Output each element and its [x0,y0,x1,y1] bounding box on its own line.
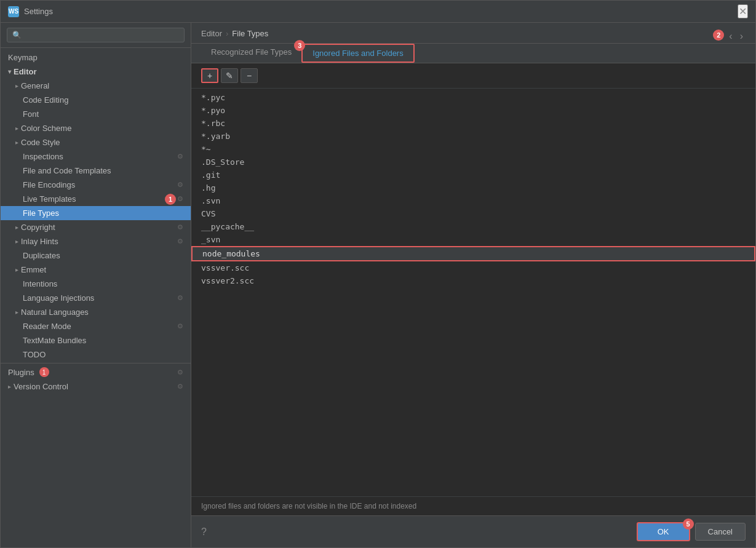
sidebar-item-label: Copyright [21,223,55,232]
close-button[interactable]: ✕ [738,4,748,18]
sidebar-item-code-style[interactable]: ▸ Code Style [1,135,191,149]
sidebar-item-todo[interactable]: TODO [1,347,191,362]
status-text: Ignored files and folders are not visibl… [201,502,416,510]
cancel-label: Cancel [708,527,733,536]
sidebar-item-language-injections[interactable]: Language Injections ⚙ [1,291,191,305]
sidebar-item-label: File Types [23,208,59,218]
app-icon: WS [8,6,19,17]
sidebar-item-label: Keymap [8,53,38,62]
sidebar-item-color-scheme[interactable]: ▸ Color Scheme [1,121,191,135]
sidebar-item-emmet[interactable]: ▸ Emmet [1,263,191,277]
window-title: Settings [24,7,53,16]
sidebar-item-label: Language Injections [23,293,94,303]
sidebar-item-inspections[interactable]: Inspections ⚙ [1,149,191,164]
sidebar-item-label: Version Control [14,382,68,391]
sidebar-item-plugins[interactable]: Plugins 1 ⚙ [1,365,191,379]
sidebar-item-file-types[interactable]: File Types [1,206,191,220]
toolbar: + ✎ − [191,63,755,89]
sidebar-item-label: Plugins [8,368,34,377]
sidebar-item-copyright[interactable]: ▸ Copyright ⚙ [1,220,191,234]
sidebar-item-textmate-bundles[interactable]: TextMate Bundles [1,333,191,347]
search-bar [1,23,191,48]
sidebar-item-label: File and Code Templates [23,166,111,175]
sidebar-item-label: Inlay Hints [21,237,58,246]
status-bar: Ignored files and folders are not visibl… [191,496,755,515]
chevron-right-icon: ▸ [8,383,11,390]
list-item: *.yarb [191,130,755,143]
sidebar-item-label: Intentions [23,279,57,288]
search-input[interactable] [7,28,185,42]
sidebar-item-version-control[interactable]: ▸ Version Control ⚙ [1,379,191,394]
gear-icon: ⚙ [177,153,183,161]
tab-label: Ignored Files and Folders [312,49,403,58]
cancel-button[interactable]: Cancel [695,523,746,541]
sidebar-item-file-encodings[interactable]: File Encodings ⚙ [1,178,191,192]
remove-button[interactable]: − [241,68,258,83]
list-item: *.rbc [191,117,755,130]
sidebar-item-natural-languages[interactable]: ▸ Natural Languages [1,305,191,319]
panel-header: Editor › File Types 2 ‹ › [191,23,755,44]
sidebar-item-font[interactable]: Font [1,107,191,121]
list-item: *.pyo [191,104,755,117]
list-item: __pycache__ [191,220,755,233]
chevron-down-icon: ▾ [8,68,11,75]
tab-ignored[interactable]: Ignored Files and Folders [301,44,414,63]
list-item: .svn [191,194,755,207]
sidebar-item-code-editing[interactable]: Code Editing [1,93,191,107]
chevron-right-icon: ▸ [15,309,18,316]
back-button[interactable]: ‹ [726,30,734,43]
list-item: .DS_Store [191,156,755,169]
gear-icon: ⚙ [177,368,183,376]
chevron-right-icon: ▸ [15,238,18,245]
sidebar-item-editor[interactable]: ▾ Editor [1,65,191,79]
file-item-text: node_modules [202,249,260,258]
sidebar-item-live-templates[interactable]: Live Templates 1 ⚙ [1,192,191,206]
list-item: *.pyc [191,91,755,104]
ok-button[interactable]: OK 5 [637,522,690,541]
sidebar-item-label: Live Templates [23,194,76,204]
main-content: Keymap ▾ Editor ▸ General Code Editing [1,23,755,547]
sidebar-item-file-code-templates[interactable]: File and Code Templates [1,164,191,178]
sidebar-item-label: Color Scheme [21,124,71,133]
right-panel: Editor › File Types 2 ‹ › Recognized Fil… [191,23,755,547]
list-item: _svn [191,233,755,246]
sidebar-item-label: File Encodings [23,180,75,189]
breadcrumb-parent: Editor [201,29,222,38]
edit-button[interactable]: ✎ [221,68,238,83]
sidebar-item-inlay-hints[interactable]: ▸ Inlay Hints ⚙ [1,234,191,248]
help-button[interactable]: ? [201,526,207,538]
bottom-bar: ? OK 5 Cancel [191,515,755,547]
divider [1,363,191,363]
gear-icon: ⚙ [177,181,183,189]
sidebar-item-label: TextMate Bundles [23,336,86,345]
sidebar-item-general[interactable]: ▸ General [1,79,191,93]
tab-recognized[interactable]: Recognized File Types 3 [201,44,301,63]
chevron-right-icon: ▸ [15,125,18,132]
badge-2: 2 [713,30,724,41]
sidebar-item-label: Code Style [21,138,60,147]
sidebar-item-label: Natural Languages [21,308,89,317]
sidebar-item-label: General [21,81,49,90]
gear-icon: ⚙ [177,294,183,302]
titlebar-left: WS Settings [8,6,53,17]
chevron-right-icon: ▸ [15,224,18,231]
list-item: CVS [191,207,755,220]
chevron-right-icon: ▸ [15,139,18,146]
sidebar-item-reader-mode[interactable]: Reader Mode ⚙ [1,319,191,333]
sidebar-item-label: Emmet [21,265,46,274]
chevron-right-icon: ▸ [15,82,18,89]
sidebar-item-intentions[interactable]: Intentions [1,277,191,291]
sidebar-item-label: Reader Mode [23,322,71,331]
file-list: *.pyc *.pyo *.rbc *.yarb *~ .DS_Store .g… [191,89,755,496]
list-item: .git [191,169,755,181]
list-item-node-modules[interactable]: node_modules 4 [191,246,755,261]
chevron-right-icon: ▸ [15,266,18,273]
badge-5: 5 [683,518,694,530]
ok-label: OK [658,527,669,536]
sidebar-item-keymap[interactable]: Keymap [1,50,191,65]
list-item: *~ [191,143,755,156]
add-button[interactable]: + [201,68,218,83]
sidebar-item-label: Font [23,109,39,119]
sidebar-item-duplicates[interactable]: Duplicates [1,248,191,263]
forward-button[interactable]: › [738,30,746,43]
